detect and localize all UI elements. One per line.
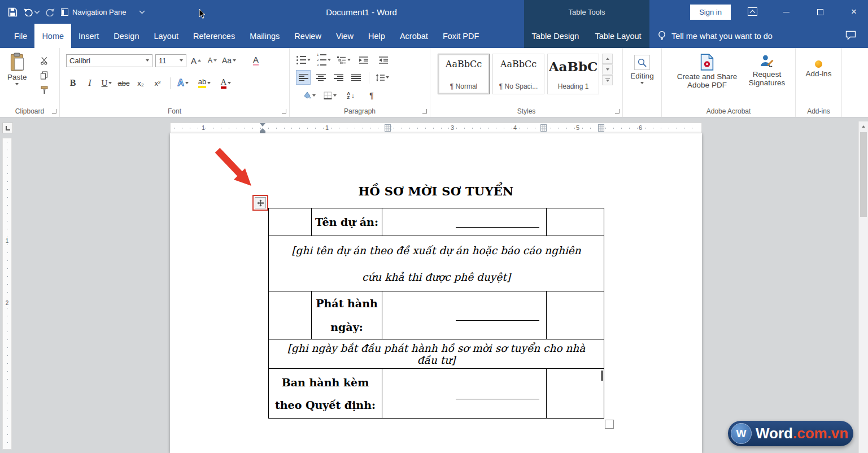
paragraph-dialog-launcher[interactable] — [422, 109, 427, 114]
copy-button[interactable] — [37, 68, 51, 82]
tab-acrobat[interactable]: Acrobat — [392, 24, 435, 48]
create-share-pdf-button[interactable]: Create and Share Adobe PDF — [671, 54, 743, 89]
table-resize-handle[interactable] — [605, 420, 614, 429]
table-column-marker[interactable] — [540, 124, 547, 132]
addins-button[interactable]: Add-ins — [796, 60, 841, 78]
tab-layout[interactable]: Layout — [146, 24, 186, 48]
close-button[interactable]: × — [841, 0, 867, 24]
style-no-spacing[interactable]: AaBbCc ¶ No Spaci... — [492, 54, 544, 94]
tab-mailings[interactable]: Mailings — [242, 24, 287, 48]
cut-button[interactable] — [37, 54, 51, 67]
format-painter-button[interactable] — [37, 83, 51, 97]
minimize-button[interactable] — [773, 0, 799, 24]
numbering-button[interactable] — [317, 53, 331, 67]
shrink-font-button[interactable]: A — [206, 54, 219, 67]
font-size-combobox[interactable]: 11 — [155, 54, 186, 67]
navigation-pane-toggle[interactable]: Navigation Pane — [61, 8, 126, 16]
ribbon-display-options-button[interactable] — [748, 7, 757, 16]
table-column-marker[interactable] — [385, 124, 391, 132]
first-line-indent-marker[interactable] — [260, 123, 265, 127]
align-right-button[interactable] — [332, 71, 345, 84]
tell-me-box[interactable]: Tell me what you want to do — [657, 24, 773, 48]
strikethrough-button[interactable]: abc — [117, 76, 130, 90]
decrease-indent-button[interactable] — [357, 53, 370, 67]
project-name-value-cell[interactable] — [382, 208, 547, 236]
tab-table-layout[interactable]: Table Layout — [587, 24, 649, 48]
style-normal[interactable]: AaBbCc ¶ Normal — [438, 54, 490, 94]
vertical-ruler[interactable]: 1 2 — [2, 138, 12, 450]
undo-dropdown-icon[interactable] — [34, 8, 40, 14]
styles-gallery-more-button[interactable] — [602, 75, 613, 85]
decision-label-cell[interactable]: Ban hành kèm theo Quyết định: — [269, 369, 382, 419]
table-cell-empty[interactable] — [547, 291, 604, 339]
table-cell-empty[interactable] — [269, 208, 312, 236]
borders-button[interactable] — [323, 89, 337, 102]
scrollbar-thumb[interactable] — [860, 132, 867, 217]
text-effects-button[interactable]: A — [176, 76, 190, 90]
tab-file[interactable]: File — [7, 24, 34, 48]
paste-button[interactable]: Paste — [7, 53, 27, 85]
tab-table-design[interactable]: Table Design — [524, 24, 587, 48]
shading-button[interactable] — [302, 89, 316, 102]
grow-font-button[interactable]: A — [189, 54, 203, 67]
scroll-up-button[interactable] — [859, 121, 868, 131]
undo-button[interactable] — [24, 8, 39, 16]
show-hide-pilcrow-button[interactable]: ¶ — [365, 89, 378, 102]
align-center-button[interactable] — [314, 71, 328, 84]
comment-icon[interactable] — [845, 31, 856, 40]
increase-indent-button[interactable] — [377, 53, 390, 67]
change-case-button[interactable]: Aa — [222, 54, 236, 67]
clear-formatting-button[interactable]: A — [249, 54, 263, 67]
issue-date-label-cell[interactable]: Phát hành ngày: — [312, 291, 382, 339]
tab-help[interactable]: Help — [361, 24, 392, 48]
bold-button[interactable]: B — [66, 76, 80, 90]
clipboard-dialog-launcher[interactable] — [52, 109, 56, 114]
font-name-combobox[interactable]: Calibri — [66, 54, 152, 67]
issue-date-value-cell[interactable] — [382, 291, 547, 339]
project-name-label-cell[interactable]: Tên dự án: — [312, 208, 382, 236]
subscript-button[interactable]: x₂ — [134, 76, 147, 90]
tab-foxit-pdf[interactable]: Foxit PDF — [435, 24, 486, 48]
tab-stop-selector[interactable] — [2, 123, 13, 133]
document-page[interactable]: HỒ SƠ MỜI SƠ TUYỂN Tên dự án: [ghi tên d… — [170, 133, 702, 453]
sort-button[interactable]: AZ ↓ — [344, 89, 357, 102]
tab-references[interactable]: References — [186, 24, 242, 48]
justify-button[interactable] — [349, 71, 363, 84]
tab-insert[interactable]: Insert — [71, 24, 106, 48]
project-name-note-cell[interactable]: [ghi tên dự án theo đề xuất dự án hoặc b… — [269, 236, 604, 291]
table-cell-empty[interactable] — [547, 208, 604, 236]
table-cell-empty[interactable] — [269, 291, 312, 339]
align-left-button[interactable] — [296, 71, 310, 84]
quick-access-toolbar: Navigation Pane — [8, 0, 144, 24]
issue-date-note-cell[interactable]: [ghi ngày bắt đầu phát hành hồ sơ mời sơ… — [269, 339, 604, 369]
editing-button[interactable]: Editing — [623, 55, 661, 84]
redo-button[interactable] — [45, 8, 55, 16]
tab-home[interactable]: Home — [34, 24, 71, 48]
sign-in-button[interactable]: Sign in — [690, 5, 731, 20]
tab-view[interactable]: View — [329, 24, 361, 48]
vertical-scrollbar[interactable] — [858, 121, 868, 453]
superscript-button[interactable]: x² — [151, 76, 164, 90]
decision-value-cell[interactable] — [382, 369, 547, 419]
line-spacing-button[interactable] — [376, 71, 389, 84]
font-color-button[interactable]: A — [219, 76, 233, 90]
tab-design[interactable]: Design — [106, 24, 146, 48]
multilevel-list-button[interactable] — [337, 53, 351, 67]
horizontal-ruler[interactable]: 1 1 2 3 4 5 6 — [170, 123, 702, 133]
italic-button[interactable]: I — [83, 76, 97, 90]
styles-dialog-launcher[interactable] — [615, 109, 620, 114]
maximize-button[interactable] — [807, 0, 833, 24]
underline-button[interactable]: U — [100, 76, 114, 90]
request-signatures-button[interactable]: Request Signatures — [745, 54, 788, 87]
style-heading-1[interactable]: AaBbC Heading 1 — [547, 54, 599, 94]
customize-qat-icon[interactable] — [139, 8, 145, 14]
table-column-marker[interactable] — [598, 124, 604, 132]
save-button[interactable] — [8, 7, 18, 17]
styles-scroll-down-button[interactable] — [602, 64, 613, 75]
styles-scroll-up-button[interactable] — [602, 54, 613, 64]
tab-review[interactable]: Review — [287, 24, 329, 48]
table-cell-empty[interactable] — [547, 369, 604, 419]
font-dialog-launcher[interactable] — [282, 109, 286, 114]
bullets-button[interactable] — [296, 53, 311, 67]
highlight-button[interactable]: ab — [198, 76, 211, 90]
